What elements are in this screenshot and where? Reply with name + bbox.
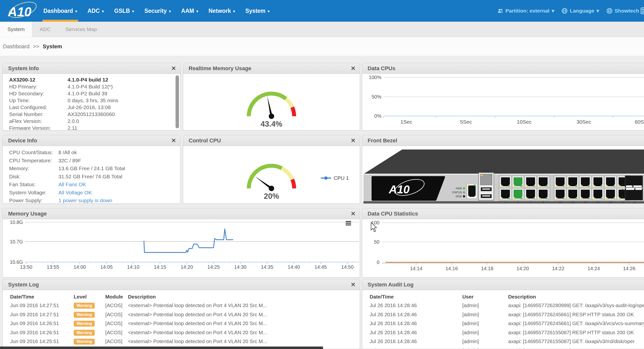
panel-header[interactable]: System Log × xyxy=(3,279,360,290)
info-value: 4.1.0-P4 Build 12(*) xyxy=(68,83,113,90)
audit-log-row[interactable]: Jul 26 2016 14:28:46[admin]axapi: [14695… xyxy=(370,301,644,310)
audit-log-row[interactable]: Jul 26 2016 14:28:46[admin]axapi: [14695… xyxy=(370,346,644,349)
navbar-utilities: Partition: external▾Language▾Showtech xyxy=(497,8,640,14)
cpu1-legend[interactable]: CPU 1 xyxy=(321,175,349,181)
panel-header[interactable]: Memory Usage × xyxy=(3,208,360,219)
memory-usage-chart: 10.8G10.7G10.6G13:5013:5514:0014:0514:10… xyxy=(3,219,360,278)
legend-marker-icon xyxy=(321,176,331,180)
audit-log-row[interactable]: Jul 26 2016 14:28:46[admin]axapi: [14695… xyxy=(370,328,644,337)
audit-log-row[interactable]: Jul 26 2016 14:28:46[admin]axapi: [14695… xyxy=(370,337,644,346)
sfp-led xyxy=(622,189,624,192)
audit-log-row[interactable]: Jul 26 2016 14:28:46[admin]axapi: [14695… xyxy=(370,310,644,319)
tab-services-map[interactable]: Services Map xyxy=(58,22,104,37)
close-icon[interactable]: × xyxy=(351,63,355,74)
data-cpu-statistics-panel: Data CPU Statistics 05010014:1414:1614:1… xyxy=(362,208,644,278)
info-value-link[interactable]: All Voltage OK xyxy=(58,189,92,197)
close-icon[interactable]: × xyxy=(171,63,176,74)
x-axis-label: 13:55 xyxy=(47,264,59,270)
main-menu: Dashboard▾ADC▾GSLB▾Security▾AAM▾Network▾… xyxy=(44,0,270,22)
system-log-row[interactable]: Jun 09 2016 14:26:51Warning[ACOS]<extern… xyxy=(10,319,360,328)
bezel-led xyxy=(463,187,465,190)
panel-header[interactable]: Device Info × xyxy=(3,135,180,146)
system-log-row[interactable]: Jun 09 2016 14:25:51Warning[ACOS]<extern… xyxy=(10,337,360,346)
close-icon[interactable]: × xyxy=(351,135,355,146)
device-info-row: Fan Status:All Fans OK xyxy=(9,181,180,189)
nav-item-network[interactable]: Network▾ xyxy=(208,0,235,22)
breadcrumb-parent[interactable]: Dashboard xyxy=(3,43,30,50)
panel-header[interactable]: Realtime Memory Usage × xyxy=(183,63,360,74)
log-level: Warning xyxy=(74,338,105,345)
data-cpus-chart: 0%50%100%1Sec5Sec10Sec30Sec60Sec xyxy=(362,74,644,131)
info-value-link[interactable]: 1 power supply is down xyxy=(58,197,112,204)
nav-item-adc[interactable]: ADC▾ xyxy=(88,0,104,22)
panel-header[interactable]: System Info × xyxy=(3,63,180,74)
system-log-row[interactable]: Jun 09 2016 14:27:51Warning[ACOS]<extern… xyxy=(10,301,360,310)
panel-header[interactable]: Data CPU Statistics xyxy=(362,208,644,219)
system-log-panel: System Log × Date/TimeLevelModuleDescrip… xyxy=(2,279,360,349)
nav-item-security[interactable]: Security▾ xyxy=(144,0,170,22)
nav-item-dashboard[interactable]: Dashboard▾ xyxy=(44,0,77,22)
x-axis-label: 14:18 xyxy=(481,266,493,271)
warning-badge: Warning xyxy=(74,303,95,309)
panel-title: System Audit Log xyxy=(362,279,644,290)
x-axis-label: 14:16 xyxy=(446,266,458,271)
front-bezel-image[interactable]: A10PWRSTATUSDISKMGMT13579111315171921246… xyxy=(362,146,644,204)
system-log-row[interactable]: Jun 09 2016 14:27:51Warning[ACOS]<extern… xyxy=(10,310,360,319)
nav-item-system[interactable]: System▾ xyxy=(245,0,270,22)
close-icon[interactable]: × xyxy=(171,135,176,146)
panel-header[interactable]: Control CPU × xyxy=(183,135,360,146)
log-user: [admin] xyxy=(462,339,508,344)
info-label: HD Secondary: xyxy=(9,90,68,97)
audit-log-row[interactable]: Jul 26 2016 14:28:46[admin]axapi: [14695… xyxy=(370,319,644,328)
y-axis-label: 100% xyxy=(369,75,382,80)
port-number: 10 xyxy=(559,201,562,204)
panel-title: Device Info xyxy=(3,135,180,146)
port-number: 11 xyxy=(571,171,574,174)
y-axis-label: 50% xyxy=(372,94,382,99)
nav-showtech[interactable]: Showtech xyxy=(606,8,639,14)
device-info-row: Memory:13.6 GB Free / 24.1 GB Total xyxy=(9,165,180,173)
system-log-row[interactable]: Jun 09 2016 14:26:51Warning[ACOS]<extern… xyxy=(10,328,360,337)
x-axis-label: 10Sec xyxy=(517,119,532,125)
clipped-toolbar-icon[interactable] xyxy=(640,7,644,14)
port-number: 18 xyxy=(609,201,612,204)
panel-header[interactable]: System Audit Log xyxy=(362,279,644,290)
nav-language[interactable]: Language▾ xyxy=(562,8,599,14)
info-value: 4.1.0-P4 build 12 xyxy=(68,76,108,83)
sfp-port[interactable] xyxy=(625,188,643,200)
control-cpu-panel: Control CPU × 20% CPU 1 xyxy=(183,135,360,204)
gauge-value: 43.4% xyxy=(260,120,282,129)
tab-system[interactable]: System xyxy=(0,22,32,37)
info-value: 2.11 xyxy=(68,125,77,131)
port-number: 16 xyxy=(596,201,599,204)
system-info-row: Firmware Version:2.11 xyxy=(9,125,180,131)
panel-header[interactable]: Front Bezel xyxy=(362,135,644,146)
nav-item-gslb[interactable]: GSLB▾ xyxy=(114,0,134,22)
info-value: 0 days, 3 hrs, 35 mins xyxy=(68,97,118,104)
port-number: 17 xyxy=(609,171,612,174)
close-icon[interactable]: × xyxy=(351,208,355,219)
system-log-header-row: Date/TimeLevelModuleDescription xyxy=(10,293,360,301)
info-label: Serial Number: xyxy=(9,111,68,118)
chevron-down-icon: ▾ xyxy=(233,9,235,13)
log-datetime: Jul 26 2016 14:28:46 xyxy=(370,312,462,318)
log-module: [ACOS] xyxy=(105,312,128,318)
audit-log-table: Date/TimeUserDescriptionJul 26 2016 14:2… xyxy=(362,290,644,349)
x-axis-label: 14:25 xyxy=(207,264,220,270)
tab-adc[interactable]: ADC xyxy=(32,22,58,37)
panel-title: Memory Usage xyxy=(3,208,360,219)
nav-item-aam[interactable]: AAM▾ xyxy=(181,0,198,22)
a10-logo[interactable]: A10 xyxy=(4,0,40,22)
x-axis-label: 5Sec xyxy=(460,119,472,125)
svg-text:L: L xyxy=(619,178,620,180)
nav-partition-external[interactable]: Partition: external▾ xyxy=(497,8,554,14)
legend-label: CPU 1 xyxy=(334,175,349,181)
chart-menu-button[interactable] xyxy=(346,221,351,226)
close-icon[interactable]: × xyxy=(351,279,355,290)
info-value: Jul-26-2016, 13:08 xyxy=(68,104,111,111)
panel-header[interactable]: Data CPUs xyxy=(362,63,644,74)
x-axis-label: 13:50 xyxy=(20,264,32,270)
info-value-link[interactable]: All Fans OK xyxy=(58,181,86,189)
panel-scrollbar[interactable] xyxy=(176,75,179,128)
log-level: Warning xyxy=(74,311,105,318)
